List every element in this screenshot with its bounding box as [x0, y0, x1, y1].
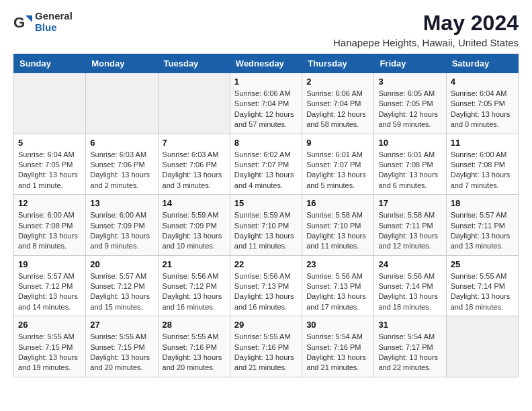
cell-info: Sunrise: 5:57 AMSunset: 7:11 PMDaylight:… [451, 210, 514, 252]
cell-5-3: 28Sunrise: 5:55 AMSunset: 7:16 PMDayligh… [158, 316, 230, 377]
cell-1-3 [158, 73, 230, 134]
logo-icon: G [13, 13, 32, 32]
logo-general: General [35, 11, 73, 22]
calendar-body: 1Sunrise: 6:06 AMSunset: 7:04 PMDaylight… [14, 73, 519, 377]
cell-info: Sunrise: 6:01 AMSunset: 7:08 PMDaylight:… [378, 150, 441, 191]
cell-info: Sunrise: 5:55 AMSunset: 7:16 PMDaylight:… [163, 332, 226, 373]
cell-info: Sunrise: 6:03 AMSunset: 7:06 PMDaylight:… [163, 150, 226, 191]
cell-2-3: 7Sunrise: 6:03 AMSunset: 7:06 PMDaylight… [158, 134, 230, 195]
cell-info: Sunrise: 5:59 AMSunset: 7:10 PMDaylight:… [234, 210, 298, 252]
cell-4-2: 20Sunrise: 5:57 AMSunset: 7:12 PMDayligh… [86, 255, 158, 316]
day-number: 9 [306, 138, 369, 148]
cell-info: Sunrise: 6:00 AMSunset: 7:08 PMDaylight:… [18, 210, 81, 252]
cell-info: Sunrise: 6:06 AMSunset: 7:04 PMDaylight:… [234, 89, 298, 130]
logo[interactable]: G General Blue [13, 11, 73, 33]
week-row-1: 1Sunrise: 6:06 AMSunset: 7:04 PMDaylight… [14, 73, 519, 134]
day-header-thursday: Thursday [302, 54, 374, 73]
cell-1-2 [86, 73, 158, 134]
cell-info: Sunrise: 5:55 AMSunset: 7:14 PMDaylight:… [451, 271, 514, 313]
cell-2-5: 9Sunrise: 6:01 AMSunset: 7:07 PMDaylight… [302, 134, 374, 195]
cell-3-3: 14Sunrise: 5:59 AMSunset: 7:09 PMDayligh… [158, 195, 230, 256]
day-number: 31 [378, 320, 441, 330]
day-number: 22 [234, 259, 298, 269]
week-row-3: 12Sunrise: 6:00 AMSunset: 7:08 PMDayligh… [14, 195, 519, 256]
day-header-tuesday: Tuesday [158, 54, 230, 73]
cell-4-3: 21Sunrise: 5:56 AMSunset: 7:12 PMDayligh… [158, 255, 230, 316]
cell-4-7: 25Sunrise: 5:55 AMSunset: 7:14 PMDayligh… [446, 255, 518, 316]
cell-3-1: 12Sunrise: 6:00 AMSunset: 7:08 PMDayligh… [14, 195, 86, 256]
day-number: 16 [306, 198, 369, 208]
day-number: 29 [234, 320, 298, 330]
cell-info: Sunrise: 6:04 AMSunset: 7:05 PMDaylight:… [451, 89, 514, 130]
cell-info: Sunrise: 5:56 AMSunset: 7:12 PMDaylight:… [163, 271, 226, 313]
day-header-saturday: Saturday [446, 54, 518, 73]
cell-2-7: 11Sunrise: 6:00 AMSunset: 7:08 PMDayligh… [446, 134, 518, 195]
cell-info: Sunrise: 5:58 AMSunset: 7:11 PMDaylight:… [378, 210, 441, 252]
day-header-sunday: Sunday [14, 54, 86, 73]
day-number: 5 [18, 138, 81, 148]
cell-info: Sunrise: 6:05 AMSunset: 7:05 PMDaylight:… [378, 89, 441, 130]
day-headers-row: SundayMondayTuesdayWednesdayThursdayFrid… [14, 54, 519, 73]
cell-info: Sunrise: 5:55 AMSunset: 7:16 PMDaylight:… [234, 332, 298, 373]
cell-5-5: 30Sunrise: 5:54 AMSunset: 7:16 PMDayligh… [302, 316, 374, 377]
day-number: 3 [378, 77, 441, 87]
cell-1-7: 4Sunrise: 6:04 AMSunset: 7:05 PMDaylight… [446, 73, 518, 134]
day-number: 17 [378, 198, 441, 208]
cell-info: Sunrise: 5:58 AMSunset: 7:10 PMDaylight:… [306, 210, 369, 252]
day-number: 18 [451, 198, 514, 208]
cell-3-5: 16Sunrise: 5:58 AMSunset: 7:10 PMDayligh… [302, 195, 374, 256]
week-row-5: 26Sunrise: 5:55 AMSunset: 7:15 PMDayligh… [14, 316, 519, 377]
cell-info: Sunrise: 6:02 AMSunset: 7:07 PMDaylight:… [234, 150, 298, 191]
cell-info: Sunrise: 5:54 AMSunset: 7:16 PMDaylight:… [306, 332, 369, 373]
cell-5-2: 27Sunrise: 5:55 AMSunset: 7:15 PMDayligh… [86, 316, 158, 377]
week-row-4: 19Sunrise: 5:57 AMSunset: 7:12 PMDayligh… [14, 255, 519, 316]
cell-info: Sunrise: 6:06 AMSunset: 7:04 PMDaylight:… [306, 89, 369, 130]
cell-4-1: 19Sunrise: 5:57 AMSunset: 7:12 PMDayligh… [14, 255, 86, 316]
svg-text:G: G [13, 14, 25, 31]
cell-5-4: 29Sunrise: 5:55 AMSunset: 7:16 PMDayligh… [230, 316, 302, 377]
day-number: 24 [378, 259, 441, 269]
cell-4-5: 23Sunrise: 5:56 AMSunset: 7:13 PMDayligh… [302, 255, 374, 316]
day-number: 6 [90, 138, 153, 148]
cell-4-4: 22Sunrise: 5:56 AMSunset: 7:13 PMDayligh… [230, 255, 302, 316]
day-number: 13 [90, 198, 153, 208]
day-number: 21 [163, 259, 226, 269]
day-header-monday: Monday [86, 54, 158, 73]
cell-3-2: 13Sunrise: 6:00 AMSunset: 7:09 PMDayligh… [86, 195, 158, 256]
cell-info: Sunrise: 5:57 AMSunset: 7:12 PMDaylight:… [90, 271, 153, 313]
cell-info: Sunrise: 6:03 AMSunset: 7:06 PMDaylight:… [90, 150, 153, 191]
day-number: 7 [163, 138, 226, 148]
cell-4-6: 24Sunrise: 5:56 AMSunset: 7:14 PMDayligh… [374, 255, 446, 316]
day-number: 8 [234, 138, 298, 148]
cell-3-7: 18Sunrise: 5:57 AMSunset: 7:11 PMDayligh… [446, 195, 518, 256]
cell-info: Sunrise: 5:55 AMSunset: 7:15 PMDaylight:… [18, 332, 81, 373]
week-row-2: 5Sunrise: 6:04 AMSunset: 7:05 PMDaylight… [14, 134, 519, 195]
cell-1-6: 3Sunrise: 6:05 AMSunset: 7:05 PMDaylight… [374, 73, 446, 134]
day-number: 23 [306, 259, 369, 269]
day-number: 28 [163, 320, 226, 330]
cell-5-1: 26Sunrise: 5:55 AMSunset: 7:15 PMDayligh… [14, 316, 86, 377]
day-number: 19 [18, 259, 81, 269]
day-number: 25 [451, 259, 514, 269]
cell-1-4: 1Sunrise: 6:06 AMSunset: 7:04 PMDaylight… [230, 73, 302, 134]
page-header: G General Blue May 2024 Hanapepe Heights… [13, 11, 519, 48]
cell-info: Sunrise: 6:00 AMSunset: 7:09 PMDaylight:… [90, 210, 153, 252]
cell-info: Sunrise: 6:00 AMSunset: 7:08 PMDaylight:… [451, 150, 514, 191]
day-number: 14 [163, 198, 226, 208]
cell-info: Sunrise: 5:56 AMSunset: 7:13 PMDaylight:… [306, 271, 369, 313]
cell-2-4: 8Sunrise: 6:02 AMSunset: 7:07 PMDaylight… [230, 134, 302, 195]
cell-2-2: 6Sunrise: 6:03 AMSunset: 7:06 PMDaylight… [86, 134, 158, 195]
day-number: 26 [18, 320, 81, 330]
calendar-subtitle: Hanapepe Heights, Hawaii, United States [333, 37, 519, 48]
cell-3-6: 17Sunrise: 5:58 AMSunset: 7:11 PMDayligh… [374, 195, 446, 256]
cell-info: Sunrise: 5:59 AMSunset: 7:09 PMDaylight:… [163, 210, 226, 252]
day-number: 12 [18, 198, 81, 208]
cell-2-6: 10Sunrise: 6:01 AMSunset: 7:08 PMDayligh… [374, 134, 446, 195]
cell-info: Sunrise: 5:56 AMSunset: 7:14 PMDaylight:… [378, 271, 441, 313]
day-number: 11 [451, 138, 514, 148]
cell-5-7 [446, 316, 518, 377]
day-number: 1 [234, 77, 298, 87]
day-number: 2 [306, 77, 369, 87]
day-number: 15 [234, 198, 298, 208]
day-number: 30 [306, 320, 369, 330]
